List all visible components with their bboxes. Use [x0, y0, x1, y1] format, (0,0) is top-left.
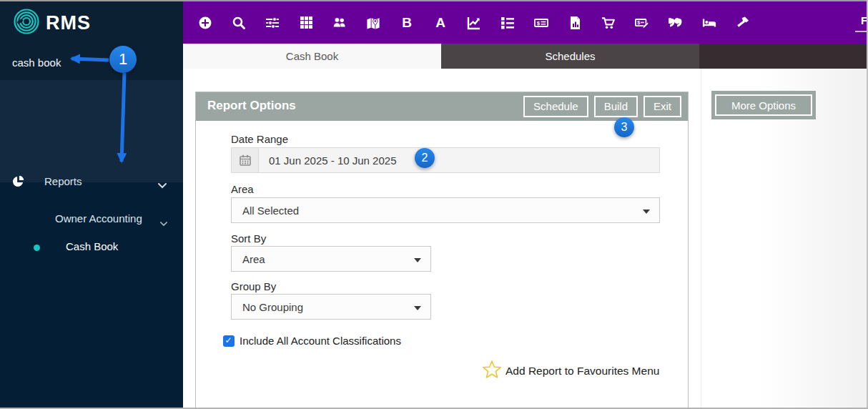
- area-select[interactable]: All Selected: [231, 197, 660, 223]
- checkbox-label: Include All Account Classifications: [240, 335, 401, 347]
- rate-edit-icon[interactable]: $: [635, 16, 649, 30]
- add-to-favourites[interactable]: Add Report to Favourites Menu: [482, 360, 659, 383]
- chevron-down-icon[interactable]: [158, 179, 167, 191]
- rms-application-window: RMS cash book Reports Owner Accounting: [0, 0, 868, 409]
- chevron-down-icon: [643, 210, 650, 217]
- checkbox-checked-icon[interactable]: [223, 335, 235, 347]
- guests-icon[interactable]: [332, 16, 347, 30]
- bed-icon[interactable]: [702, 16, 716, 30]
- report-options-panel: Report Options Schedule Build Exit Date …: [195, 92, 689, 409]
- area-label: Area: [231, 183, 254, 196]
- letter-a-icon[interactable]: A: [433, 15, 448, 31]
- date-range-field[interactable]: 01 Jun 2025 - 10 Jun 2025: [231, 147, 660, 173]
- sidebar-search-input[interactable]: cash book: [12, 56, 61, 69]
- rms-logo[interactable]: RMS: [13, 8, 91, 38]
- sidebar-item-label: Reports: [44, 175, 82, 187]
- money-check-icon[interactable]: $: [534, 16, 548, 30]
- cart-icon[interactable]: [601, 16, 616, 30]
- top-toolbar: B A $ $: [183, 1, 868, 44]
- chevron-down-icon: [414, 258, 421, 266]
- schedule-button[interactable]: Schedule: [523, 96, 588, 117]
- tab-cash-book[interactable]: Cash Book: [183, 44, 441, 69]
- annotation-badge-1: 1: [109, 46, 137, 73]
- star-icon[interactable]: [482, 360, 502, 383]
- area-select-value: All Selected: [232, 204, 299, 217]
- svg-text:$: $: [537, 20, 541, 26]
- grid-icon[interactable]: [299, 16, 313, 30]
- active-bullet-icon: [34, 245, 40, 251]
- more-options-button[interactable]: More Options: [711, 91, 816, 119]
- sidebar-item-cash-book[interactable]: Cash Book: [0, 240, 183, 256]
- sidebar-item-label: Owner Accounting: [55, 212, 142, 225]
- map-icon[interactable]: [366, 16, 380, 30]
- report-options-header: Report Options Schedule Build Exit: [196, 92, 688, 121]
- quotes-icon[interactable]: [669, 16, 683, 30]
- tab-strip: Cash Book Schedules: [183, 44, 868, 69]
- rms-logo-text: RMS: [46, 12, 91, 34]
- sidebar: RMS cash book Reports Owner Accounting: [0, 0, 183, 409]
- tasks-icon[interactable]: [500, 16, 515, 30]
- sidebar-item-reports[interactable]: Reports: [0, 173, 183, 192]
- annotation-badge-3: 3: [614, 117, 634, 137]
- rms-logo-icon: [13, 8, 40, 38]
- sort-by-select[interactable]: Area: [231, 246, 431, 272]
- calendar-icon[interactable]: [232, 148, 259, 172]
- window-edge-top: [0, 0, 868, 1]
- include-classifications-checkbox-row[interactable]: Include All Account Classifications: [223, 335, 401, 347]
- tools-icon[interactable]: [736, 16, 750, 30]
- search-icon[interactable]: [232, 16, 246, 30]
- add-icon[interactable]: [198, 16, 212, 30]
- svg-text:$: $: [637, 19, 640, 26]
- favourites-label: Add Report to Favourites Menu: [505, 365, 659, 378]
- report-file-icon[interactable]: [568, 16, 582, 30]
- chevron-down-icon[interactable]: [160, 217, 167, 229]
- chart-line-icon[interactable]: [467, 16, 481, 30]
- page-title: Report Options: [207, 99, 296, 113]
- sort-by-select-value: Area: [232, 253, 265, 265]
- group-by-select-value: No Grouping: [232, 301, 303, 313]
- group-by-select[interactable]: No Grouping: [231, 294, 431, 320]
- header-buttons: Schedule Build Exit: [523, 96, 681, 117]
- sidebar-item-owner-accounting[interactable]: Owner Accounting: [0, 212, 183, 228]
- tab-schedules[interactable]: Schedules: [441, 44, 699, 69]
- filters-icon[interactable]: [265, 16, 280, 30]
- build-button[interactable]: Build: [594, 96, 638, 117]
- bold-b-icon[interactable]: B: [400, 15, 414, 31]
- exit-button[interactable]: Exit: [643, 96, 681, 117]
- date-range-label: Date Range: [231, 133, 288, 146]
- more-options-label: More Options: [715, 94, 812, 116]
- sidebar-menu: Reports Owner Accounting Cash Book: [0, 80, 183, 182]
- sidebar-header: RMS cash book: [0, 0, 183, 80]
- annotation-badge-2: 2: [415, 148, 435, 168]
- date-range-value: 01 Jun 2025 - 10 Jun 2025: [259, 154, 396, 167]
- chevron-down-icon: [414, 306, 421, 314]
- right-panel: More Options: [701, 69, 868, 409]
- group-by-label: Group By: [231, 280, 276, 293]
- pie-chart-icon: [12, 175, 24, 189]
- sort-by-label: Sort By: [231, 232, 266, 245]
- sidebar-item-label: Cash Book: [66, 240, 118, 252]
